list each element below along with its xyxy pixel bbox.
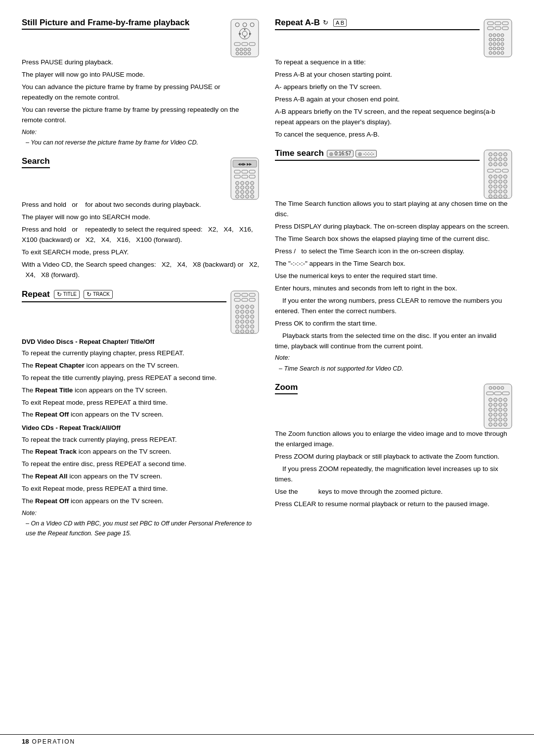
svg-point-20 xyxy=(248,52,251,55)
ab-badge: A B xyxy=(333,19,347,27)
svg-point-105 xyxy=(489,153,492,156)
repeat-icon-ab: ↻ xyxy=(323,19,328,26)
svg-point-109 xyxy=(489,158,492,161)
svg-point-128 xyxy=(489,185,492,189)
time-body-9: Press OK to confirm the start time. xyxy=(275,319,512,329)
still-picture-section: Still Picture and Frame-by-frame playbac… xyxy=(22,18,259,147)
svg-point-89 xyxy=(493,38,496,41)
repeat-vcd-6: The Repeat Off icon appears on the TV sc… xyxy=(22,496,259,507)
svg-point-91 xyxy=(501,38,504,41)
time-search-remote xyxy=(484,149,512,199)
svg-text:◀◀  ▶  ▶▶: ◀◀ ▶ ▶▶ xyxy=(238,162,253,166)
svg-point-63 xyxy=(246,315,249,318)
svg-point-43 xyxy=(241,195,244,198)
still-note-label: Note: xyxy=(22,128,259,137)
svg-point-59 xyxy=(246,310,249,313)
svg-point-65 xyxy=(236,320,239,323)
svg-point-54 xyxy=(241,305,244,308)
svg-point-61 xyxy=(236,315,239,318)
svg-point-68 xyxy=(251,320,254,323)
time-body-4: Press / to select the Time Search icon i… xyxy=(275,246,512,257)
svg-point-155 xyxy=(504,403,507,407)
svg-point-132 xyxy=(489,190,492,193)
svg-point-62 xyxy=(241,315,244,318)
svg-point-36 xyxy=(246,186,249,189)
page: Still Picture and Frame-by-frame playbac… xyxy=(0,0,534,756)
svg-point-71 xyxy=(246,325,249,328)
repeat-dvd-heading: DVD Video Discs - Repeat Chapter/ Title/… xyxy=(22,337,259,347)
svg-point-156 xyxy=(489,408,492,412)
search-body-4: To exit SEARCH mode, press PLAY. xyxy=(22,247,259,258)
svg-point-92 xyxy=(489,43,492,46)
time-value-2: -:-:-:- xyxy=(363,151,374,156)
svg-point-96 xyxy=(489,47,492,50)
svg-text:▶: ▶ xyxy=(249,32,252,35)
ab-body-4: A-B appears briefly on the TV screen, an… xyxy=(275,107,512,128)
time-search-title: Time search xyxy=(275,148,324,158)
still-body-4: You can reverse the picture frame by fra… xyxy=(22,105,259,126)
time-body-2: Press DISPLAY during playback. The on-sc… xyxy=(275,222,512,232)
svg-point-158 xyxy=(499,408,502,412)
zoom-body-5: Press CLEAR to resume normal playback or… xyxy=(275,499,512,510)
time-body-8: If you enter the wrong numbers, press CL… xyxy=(275,296,512,317)
svg-point-84 xyxy=(489,34,492,37)
svg-point-108 xyxy=(504,153,507,156)
svg-point-159 xyxy=(504,408,507,412)
svg-point-125 xyxy=(494,180,497,184)
repeat-vcd-4: The Repeat All icon appears on the TV sc… xyxy=(22,472,259,482)
svg-point-103 xyxy=(501,51,504,54)
svg-point-165 xyxy=(494,418,497,422)
svg-point-116 xyxy=(504,163,507,166)
svg-point-154 xyxy=(499,403,502,407)
search-title: Search xyxy=(22,156,50,168)
svg-point-58 xyxy=(241,310,244,313)
search-section: Search ◀◀ ▶ ▶▶ xyxy=(22,156,259,280)
svg-point-112 xyxy=(504,158,507,161)
svg-point-160 xyxy=(489,413,492,417)
svg-point-76 xyxy=(251,330,254,333)
svg-point-31 xyxy=(241,182,244,185)
svg-point-66 xyxy=(241,320,244,323)
time-body-7: Enter hours, minutes and seconds from le… xyxy=(275,284,512,294)
svg-point-41 xyxy=(251,190,254,194)
svg-point-122 xyxy=(499,175,502,179)
time-note-label: Note: xyxy=(275,353,512,363)
time-body-6: Use the numerical keys to enter the requ… xyxy=(275,271,512,282)
svg-point-113 xyxy=(489,163,492,166)
svg-point-57 xyxy=(236,310,239,313)
svg-rect-140 xyxy=(484,384,512,428)
svg-point-162 xyxy=(499,413,502,417)
svg-point-86 xyxy=(497,34,500,37)
svg-point-37 xyxy=(251,186,254,189)
svg-point-131 xyxy=(504,185,507,189)
zoom-body-4: Use the keys to move through the zoomed … xyxy=(275,487,512,497)
svg-point-40 xyxy=(246,190,249,194)
svg-point-32 xyxy=(246,182,249,185)
svg-point-134 xyxy=(499,190,502,193)
svg-point-123 xyxy=(504,175,507,179)
repeat-note-text: – On a Video CD with PBC, you must set P… xyxy=(26,519,259,538)
clock-icon: ◎ xyxy=(329,151,333,156)
svg-point-114 xyxy=(494,163,497,166)
svg-point-130 xyxy=(499,185,502,189)
left-column: Still Picture and Frame-by-frame playbac… xyxy=(22,18,259,547)
svg-point-152 xyxy=(489,403,492,407)
svg-point-56 xyxy=(251,305,254,308)
svg-point-70 xyxy=(241,325,244,328)
still-picture-title: Still Picture and Frame-by-frame playbac… xyxy=(22,18,189,30)
svg-point-34 xyxy=(236,186,239,189)
clock-icon2: ◎ xyxy=(358,151,362,156)
zoom-body-2: Press ZOOM during playback or still play… xyxy=(275,452,512,462)
svg-point-35 xyxy=(241,186,244,189)
svg-point-157 xyxy=(494,408,497,412)
svg-point-60 xyxy=(251,310,254,313)
svg-point-74 xyxy=(241,330,244,333)
svg-text:◀: ◀ xyxy=(238,32,241,35)
repeat-dvd-4: The Repeat Title icon appears on the TV … xyxy=(22,385,259,396)
repeat-dvd-1: To repeat the currently playing chapter,… xyxy=(22,348,259,359)
svg-point-33 xyxy=(251,182,254,185)
svg-point-18 xyxy=(240,52,243,55)
still-note-text: – You can not reverse the picture frame … xyxy=(26,138,259,147)
time-display-1: ◎ 0:16:57 xyxy=(327,150,354,157)
zoom-section: Zoom xyxy=(275,382,512,509)
